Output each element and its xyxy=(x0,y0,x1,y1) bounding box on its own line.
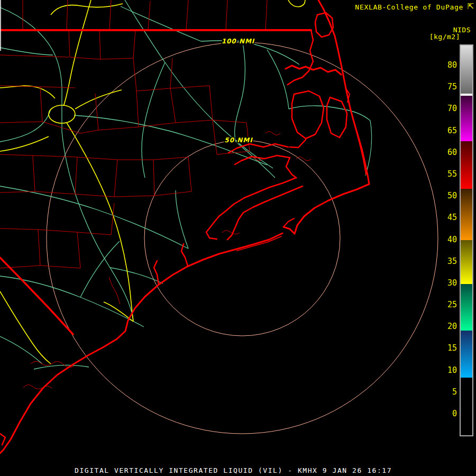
range-ring-100nmi xyxy=(47,42,438,434)
colorbar-segment xyxy=(461,189,472,240)
colorbar-tick-label: 30 xyxy=(433,278,457,288)
colorbar-ticks: 80757065605550454035302520151050 xyxy=(433,0,457,476)
colorbar-segment xyxy=(461,378,472,435)
range-ring-50nmi xyxy=(144,140,340,336)
county-boundary-lines xyxy=(0,0,311,389)
colorbar-segment xyxy=(461,45,472,94)
colorbar-tick-label: 60 xyxy=(433,148,457,157)
colorbar-segment xyxy=(461,141,472,189)
coastline-and-borders xyxy=(0,0,369,453)
southern-coastline xyxy=(0,233,282,453)
colorbar-tick-label: 70 xyxy=(433,104,457,113)
colorbar-segment xyxy=(461,240,472,283)
radar-map: 100 NMI 50 NMI xyxy=(0,0,476,476)
colorbar-tick-label: 5 xyxy=(433,387,457,397)
albemarle-sound-shore xyxy=(286,66,341,75)
colorbar-segment xyxy=(461,96,472,141)
nexlab-logo-icon: ⇱ xyxy=(467,2,474,11)
state-border-nc-sc xyxy=(0,258,73,334)
road-lines-green xyxy=(0,0,372,369)
colorbar-tick-label: 15 xyxy=(433,343,457,353)
radar-display: 100 NMI 50 NMI NEXLAB-College of DuPage … xyxy=(0,0,476,476)
colorbar-tick-label: 75 xyxy=(433,82,457,91)
range-rings xyxy=(47,42,438,434)
product-caption: DIGITAL VERTICALLY INTEGRATED LIQUID (VI… xyxy=(75,466,392,474)
ring-label-50nmi: 50 NMI xyxy=(224,136,253,144)
colorbar-tick-label: 35 xyxy=(433,257,457,266)
neuse-river-shore xyxy=(210,178,296,227)
pamlico-river-shore xyxy=(228,144,288,153)
colorbar-tick-label: 80 xyxy=(433,60,457,70)
colorbar-segment xyxy=(461,331,472,378)
colorbar-tick-label: 10 xyxy=(433,365,457,375)
colorbar xyxy=(460,44,473,436)
colorbar-segment xyxy=(461,284,472,331)
colorbar-tick-label: 55 xyxy=(433,169,457,179)
colorbar-tick-label: 0 xyxy=(433,409,457,418)
colorbar-tick-label: 50 xyxy=(433,191,457,200)
colorbar-tick-label: 40 xyxy=(433,235,457,244)
colorbar-tick-label: 20 xyxy=(433,322,457,331)
colorbar-tick-label: 25 xyxy=(433,300,457,309)
colorbar-tick-label: 45 xyxy=(433,213,457,222)
ring-label-100nmi: 100 NMI xyxy=(222,38,255,45)
colorbar-tick-label: 65 xyxy=(433,126,457,135)
